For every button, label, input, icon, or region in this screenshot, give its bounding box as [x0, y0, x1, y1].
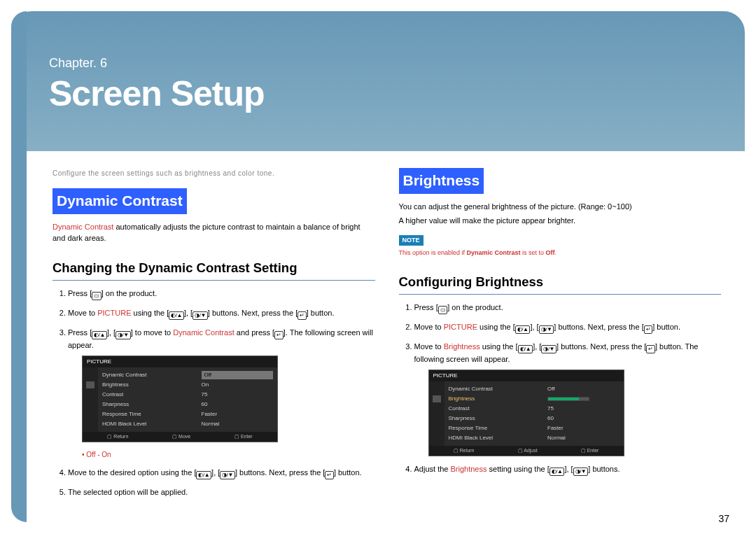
menu-icon: ▭ [438, 306, 448, 314]
term-brightness: Brightness [450, 465, 486, 473]
section-heading-brightness: Brightness [399, 168, 484, 194]
down-button-icon: ◑/▼ [220, 471, 235, 479]
up-button-icon: ◐/▲ [550, 468, 565, 476]
br-step-4: Adjust the Brightness setting using the … [414, 463, 722, 476]
left-column: Configure the screen settings such as br… [52, 168, 375, 520]
dc-step-2: Move to PICTURE using the [◐/▲], [◑/▼] b… [68, 307, 375, 320]
right-column: Brightness You can adjust the general br… [399, 168, 722, 520]
br-desc2: A higher value will make the picture app… [399, 215, 722, 227]
up-button-icon: ◐/▲ [515, 325, 531, 334]
subheading-dc: Changing the Dynamic Contrast Setting [52, 258, 375, 278]
enter-icon: ↵ [644, 325, 653, 334]
header-text: Chapter. 6 Screen Setup [49, 56, 265, 114]
osd-sidebar-icon [83, 367, 98, 432]
divider [399, 294, 722, 295]
osd-footer-adjust: Adjust [518, 447, 538, 455]
br-step-1: Press [▭] on the product. [414, 302, 722, 314]
note-text: This option is enabled if Dynamic Contra… [399, 248, 722, 258]
dc-step-1: Press [▭] on the product. [68, 288, 375, 300]
dc-steps: Press [▭] on the product. Move to PICTUR… [52, 288, 375, 498]
dc-options: Off - On [82, 449, 375, 460]
subheading-br: Configuring Brightness [399, 272, 722, 292]
osd-footer-enter: Enter [581, 447, 599, 455]
chapter-label: Chapter. 6 [49, 56, 265, 71]
down-button-icon: ◑/▼ [192, 311, 208, 320]
side-strip [11, 11, 27, 522]
osd-footer-return: Return [107, 433, 128, 441]
note-badge: NOTE [399, 235, 424, 246]
term-picture: PICTURE [97, 309, 131, 317]
term-dynamic-contrast: Dynamic Contrast [173, 328, 234, 337]
divider [52, 280, 375, 281]
dc-step-4: Move to the desired option using the [◐/… [68, 467, 375, 479]
osd-footer-move: Move [172, 433, 190, 441]
down-button-icon: ◑/▼ [573, 468, 589, 476]
dc-step-5: The selected option will be applied. [68, 486, 375, 498]
osd-title: PICTURE [429, 370, 624, 381]
up-button-icon: ◐/▲ [196, 471, 211, 479]
osd-row-dc: Dynamic Contrast [102, 371, 196, 379]
term-dynamic-contrast: Dynamic Contrast [52, 223, 113, 231]
osd-title: PICTURE [83, 356, 277, 367]
down-button-icon: ◑/▼ [115, 331, 131, 339]
br-step-2: Move to PICTURE using the [◐/▲], [◑/▼] b… [414, 321, 722, 334]
br-step-3: Move to Brightness using the [◐/▲], [◑/▼… [414, 341, 722, 456]
dc-step-3: Press [◐/▲], [◑/▼] to move to Dynamic Co… [68, 327, 375, 460]
term-picture: PICTURE [444, 323, 477, 331]
osd-val-on: On [202, 381, 273, 389]
term-brightness: Brightness [444, 342, 480, 351]
osd-screenshot-dc: PICTURE Dynamic ContrastOff BrightnessOn… [82, 356, 278, 443]
osd-sidebar-icon [429, 381, 444, 446]
intro-text: Configure the screen settings such as br… [52, 168, 375, 178]
osd-val-dc: Off [202, 371, 273, 379]
enter-icon: ↵ [325, 471, 334, 479]
up-button-icon: ◐/▲ [518, 345, 533, 353]
osd-row-brightness: Brightness [449, 395, 542, 403]
enter-icon: ↵ [274, 331, 284, 339]
osd-footer-return: Return [454, 447, 475, 455]
page-number: 37 [718, 513, 729, 524]
up-button-icon: ◐/▲ [92, 331, 107, 339]
brightness-slider [547, 397, 589, 401]
down-button-icon: ◑/▼ [541, 345, 556, 353]
up-button-icon: ◐/▲ [169, 311, 184, 320]
down-button-icon: ◑/▼ [539, 325, 554, 334]
enter-icon: ↵ [646, 345, 655, 353]
osd-footer-enter: Enter [234, 433, 253, 441]
br-steps: Press [▭] on the product. Move to PICTUR… [399, 302, 722, 476]
enter-icon: ↵ [298, 311, 307, 320]
osd-screenshot-br: PICTURE Dynamic ContrastOff Brightness C… [428, 370, 624, 457]
br-desc1: You can adjust the general brightness of… [399, 201, 722, 213]
chapter-title: Screen Setup [49, 73, 265, 114]
dc-description: Dynamic Contrast automatically adjusts t… [52, 221, 375, 244]
section-heading-dynamic-contrast: Dynamic Contrast [52, 188, 187, 214]
menu-icon: ▭ [92, 292, 102, 300]
content-area: Configure the screen settings such as br… [38, 161, 735, 520]
